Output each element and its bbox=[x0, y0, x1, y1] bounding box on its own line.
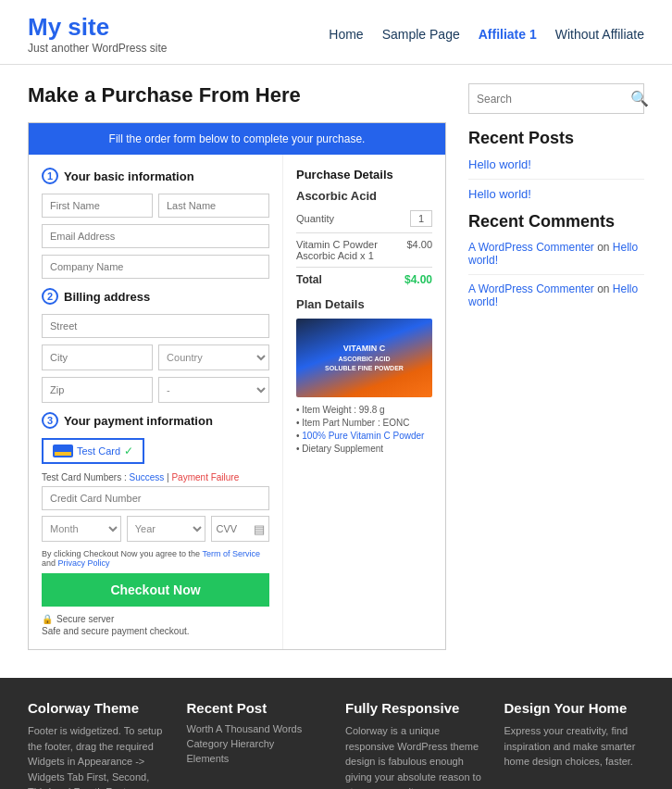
country-select[interactable]: Country bbox=[158, 344, 269, 370]
page-title: Make a Purchase From Here bbox=[28, 83, 446, 107]
footer-col-4: Design Your Home Express your creativity… bbox=[504, 700, 645, 789]
footer-col3-title: Fully Responsive bbox=[345, 700, 486, 716]
comment-2-on: on bbox=[597, 282, 613, 295]
footer-post-link-1[interactable]: Worth A Thousand Words bbox=[187, 723, 328, 734]
commenter-2-link[interactable]: A WordPress Commenter bbox=[468, 282, 594, 295]
quantity-row: Quantity 1 bbox=[296, 210, 432, 227]
site-title: My site bbox=[28, 13, 168, 42]
bullet-3: • 100% Pure Vitamin C Powder bbox=[296, 431, 432, 441]
quantity-box: 1 bbox=[410, 210, 432, 227]
month-select[interactable]: Month bbox=[42, 516, 121, 542]
main-layout: Make a Purchase From Here Fill the order… bbox=[0, 65, 672, 669]
test-card-numbers-label: Test Card Numbers : bbox=[42, 472, 127, 482]
city-input[interactable] bbox=[42, 344, 153, 370]
header: My site Just another WordPress site Home… bbox=[0, 0, 672, 65]
product-image-label: VITAMIN C ASCORBIC ACID SOLUBLE FINE POW… bbox=[325, 343, 404, 372]
footer-col1-title: Colorway Theme bbox=[28, 700, 168, 716]
form-body: 1 Your basic information bbox=[29, 155, 445, 649]
content-area: Make a Purchase From Here Fill the order… bbox=[28, 83, 446, 650]
test-card-info: Test Card Numbers : Success | Payment Fa… bbox=[42, 472, 269, 482]
section3-header: 3 Your payment information bbox=[42, 412, 269, 429]
footer-grid: Colorway Theme Footer is widgetized. To … bbox=[28, 700, 644, 789]
section1-label: Your basic information bbox=[64, 169, 194, 183]
bullet-1: • Item Weight : 99.8 g bbox=[296, 405, 432, 415]
nav-without-affiliate[interactable]: Without Affiliate bbox=[555, 27, 644, 42]
footer-post-link-3[interactable]: Elements bbox=[187, 753, 328, 764]
section1-num: 1 bbox=[42, 168, 58, 184]
search-box: 🔍 bbox=[468, 83, 644, 114]
commenter-1-link[interactable]: A WordPress Commenter bbox=[468, 241, 594, 254]
footer-col-2: Recent Post Worth A Thousand Words Categ… bbox=[187, 700, 328, 789]
test-card-btn[interactable]: Test Card ✓ bbox=[42, 438, 144, 464]
section3-num: 3 bbox=[42, 412, 58, 429]
section2-header: 2 Billing address bbox=[42, 288, 269, 305]
failure-link[interactable]: Payment Failure bbox=[171, 472, 239, 482]
company-row bbox=[42, 255, 269, 279]
street-input[interactable] bbox=[42, 314, 269, 338]
privacy-policy-link[interactable]: Privacy Policy bbox=[58, 558, 110, 568]
company-input[interactable] bbox=[42, 255, 269, 279]
detail-divider bbox=[296, 232, 432, 233]
terms-of-service-link[interactable]: Term of Service bbox=[202, 549, 260, 558]
bullet-2: • Item Part Number : EONC bbox=[296, 418, 432, 428]
footer-col-1: Colorway Theme Footer is widgetized. To … bbox=[28, 700, 168, 789]
footer-col4-text: Express your creativity, find inspiratio… bbox=[504, 723, 645, 770]
form-left: 1 Your basic information bbox=[29, 155, 283, 649]
footer-col-3: Fully Responsive Colorway is a unique re… bbox=[345, 700, 486, 789]
footer-col4-title: Design Your Home bbox=[504, 700, 645, 716]
test-card-label: Test Card bbox=[77, 445, 120, 457]
post-link-1[interactable]: Hello world! bbox=[468, 157, 644, 171]
first-name-input[interactable] bbox=[42, 194, 153, 218]
cvv-input[interactable] bbox=[212, 518, 250, 540]
vitamin-label: Vitamin C Powder Ascorbic Acid x 1 bbox=[296, 239, 406, 261]
search-button[interactable]: 🔍 bbox=[623, 84, 656, 113]
sidebar: 🔍 Recent Posts Hello world! Hello world!… bbox=[468, 83, 644, 650]
footer-col3-text: Colorway is a unique responsive WordPres… bbox=[345, 723, 486, 789]
total-divider bbox=[296, 267, 432, 268]
email-row bbox=[42, 224, 269, 248]
secure-server: 🔒 Secure server bbox=[42, 614, 269, 624]
plan-details-title: Plan Details bbox=[296, 297, 432, 311]
city-country-row: Country bbox=[42, 344, 269, 370]
credit-card-input[interactable] bbox=[42, 486, 269, 510]
product-image: VITAMIN C ASCORBIC ACID SOLUBLE FINE POW… bbox=[296, 319, 432, 397]
bullet-4: • Dietary Supplement bbox=[296, 444, 432, 454]
section3-label: Your payment information bbox=[64, 414, 213, 428]
recent-posts-title: Recent Posts bbox=[468, 129, 644, 148]
sidebar-divider-2 bbox=[468, 274, 644, 275]
dash-select[interactable]: - bbox=[158, 377, 269, 403]
purchase-form-header: Fill the order form below to complete yo… bbox=[29, 123, 445, 155]
month-year-cvv-row: Month Year ▤ bbox=[42, 516, 269, 542]
checkout-button[interactable]: Checkout Now bbox=[42, 573, 269, 607]
email-input[interactable] bbox=[42, 224, 269, 248]
section1-header: 1 Your basic information bbox=[42, 168, 269, 184]
zip-input[interactable] bbox=[42, 377, 153, 403]
cvv-wrap: ▤ bbox=[211, 516, 269, 542]
post-link-2[interactable]: Hello world! bbox=[468, 187, 644, 201]
comment-2: A WordPress Commenter on Hello world! bbox=[468, 282, 644, 308]
terms-text: By clicking Checkout Now you agree to th… bbox=[42, 549, 269, 568]
nav-home[interactable]: Home bbox=[329, 27, 363, 42]
success-link[interactable]: Success bbox=[129, 472, 164, 482]
total-row: Total $4.00 bbox=[296, 273, 432, 286]
total-label: Total bbox=[296, 273, 322, 286]
product-name: Ascorbic Acid bbox=[296, 189, 432, 203]
footer-post-link-2[interactable]: Category Hierarchy bbox=[187, 738, 328, 749]
nav-sample-page[interactable]: Sample Page bbox=[382, 27, 460, 42]
section2-label: Billing address bbox=[64, 290, 150, 304]
purchase-container: Fill the order form below to complete yo… bbox=[28, 122, 446, 650]
vitamin-c-link[interactable]: 100% Pure Vitamin C Powder bbox=[302, 431, 424, 441]
year-select[interactable]: Year bbox=[127, 516, 206, 542]
zip-row: - bbox=[42, 377, 269, 403]
last-name-input[interactable] bbox=[158, 194, 269, 218]
section2-num: 2 bbox=[42, 288, 58, 305]
total-amount: $4.00 bbox=[404, 273, 432, 286]
purchase-details-title: Purchase Details bbox=[296, 168, 432, 182]
nav-affiliate-1[interactable]: Affiliate 1 bbox=[479, 27, 537, 42]
footer-col1-text: Footer is widgetized. To setup the foote… bbox=[28, 723, 168, 789]
recent-comments-title: Recent Comments bbox=[468, 212, 644, 232]
search-input[interactable] bbox=[469, 86, 623, 112]
price: $4.00 bbox=[406, 239, 432, 261]
name-row bbox=[42, 194, 269, 218]
street-row bbox=[42, 314, 269, 338]
